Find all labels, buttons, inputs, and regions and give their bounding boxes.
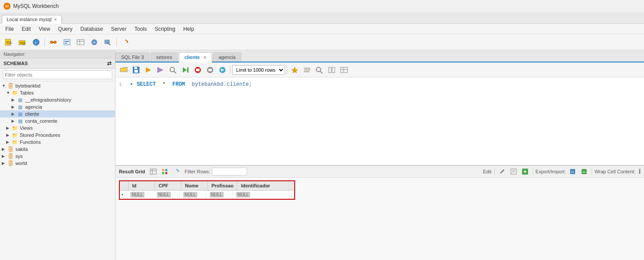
schemas-icon[interactable]: ⇄ (107, 60, 111, 66)
tree-item-stored-procedures[interactable]: ▶ 📁 Stored Procedures (0, 132, 115, 139)
cell-identificador[interactable]: NULL (233, 190, 259, 198)
sql-table-name: bytebankbd.cliente; (189, 81, 252, 88)
qtoolbar-open-folder[interactable] (118, 64, 130, 76)
query-tab-cliente[interactable]: cliente × (179, 52, 212, 62)
toolbar-info[interactable]: i (30, 37, 42, 48)
tree-item-views[interactable]: ▶ 📁 Views (0, 125, 115, 132)
filter-objects-input[interactable] (3, 70, 112, 79)
toolbar-schema-inspector[interactable] (61, 37, 73, 48)
import-btn[interactable]: IM (579, 167, 589, 176)
menu-edit[interactable]: Edit (18, 25, 34, 33)
query-tab-setores[interactable]: setores (151, 52, 178, 62)
qtoolbar-save[interactable] (130, 64, 142, 76)
menu-view[interactable]: View (35, 25, 54, 33)
toolbar-create-schema[interactable]: + (88, 37, 100, 48)
toolbar-reconnect[interactable] (119, 37, 131, 48)
qtoolbar-execute[interactable] (143, 64, 154, 76)
qtoolbar-run-line[interactable] (180, 64, 191, 76)
svg-rect-55 (165, 172, 167, 174)
row-indicator: • (120, 191, 127, 198)
tree-item-agencia[interactable]: ▶ ▦ agencia (0, 103, 115, 110)
qtoolbar-search[interactable] (167, 64, 179, 76)
result-form-btn[interactable] (160, 167, 170, 176)
query-tab-close[interactable]: × (204, 55, 207, 60)
svg-rect-11 (65, 43, 67, 44)
svg-text:EX: EX (571, 171, 574, 173)
cell-profissao[interactable]: NULL (206, 190, 233, 198)
result-sep-2 (533, 168, 533, 175)
data-grid-wrapper: Id CPF Nome Profissao Identificador • NU… (115, 178, 644, 202)
tree-item-world[interactable]: ▶ 🗄 world (0, 160, 115, 167)
toolbar-search[interactable] (102, 37, 114, 48)
qtoolbar-favorites[interactable]: + (289, 64, 300, 76)
menu-scripting[interactable]: Scripting (151, 25, 179, 33)
sql-editor[interactable]: 1 • SELECT * FROM bytebankbd.cliente; (115, 77, 644, 165)
instance-tab-close[interactable]: × (54, 17, 57, 22)
qtoolbar-explain[interactable] (155, 64, 167, 76)
menu-database[interactable]: Database (77, 25, 107, 33)
tree-item-sys[interactable]: ▶ 🗄 sys (0, 153, 115, 160)
qtoolbar-stop[interactable] (204, 64, 216, 76)
cell-nome[interactable]: NULL (180, 190, 206, 198)
result-toolbar: Result Grid Filter Rows: Edit (115, 166, 644, 178)
menu-file[interactable]: File (2, 25, 17, 33)
filter-rows-input[interactable] (212, 168, 247, 176)
query-tabs-bar: SQL File 3 setores cliente × agencia (115, 50, 644, 62)
col-header-cpf: CPF (155, 181, 181, 190)
tree-item-bytebankbd[interactable]: ▼ 🗄 bytebankbd (0, 82, 115, 89)
header-row-indicator (120, 181, 129, 190)
menu-server[interactable]: Server (107, 25, 130, 33)
qtoolbar-format[interactable] (301, 64, 313, 76)
menu-tools[interactable]: Tools (131, 25, 150, 33)
cell-id[interactable]: NULL (127, 190, 153, 198)
limit-rows-select[interactable]: Limit to 1000 rows (232, 65, 285, 75)
tree-item-efmigrations[interactable]: ▶ ▦ __efmigrationshistory (0, 96, 115, 103)
result-edit-btn2[interactable] (509, 167, 518, 176)
toolbar-table-data[interactable] (74, 37, 87, 48)
result-refresh-btn[interactable] (171, 167, 181, 176)
arrow-icon: ▼ (2, 84, 7, 88)
folder-icon: 📁 (11, 139, 19, 145)
result-edit-btn3[interactable] (520, 167, 530, 176)
folder-icon: 📁 (11, 90, 19, 96)
tree-item-tables[interactable]: ▼ 📁 Tables (0, 89, 115, 96)
qtoolbar-stop-red[interactable] (192, 64, 204, 76)
edit-label: Edit (483, 169, 492, 174)
db-icon: 🗄 (7, 160, 14, 166)
toolbar-sep-1 (44, 38, 45, 47)
qtoolbar-zoom[interactable] (314, 64, 325, 76)
tree-item-sakila[interactable]: ▶ 🗄 sakila (0, 146, 115, 153)
tree-item-cliente[interactable]: ▶ ▦ cliente (0, 110, 115, 117)
toolbar-new-sql[interactable]: SQL (3, 37, 15, 48)
cell-cpf[interactable]: NULL (153, 190, 180, 198)
toolbar-open-sql[interactable]: SQL (16, 37, 29, 48)
db-icon: 🗄 (7, 83, 14, 89)
svg-rect-54 (162, 172, 164, 174)
toolbar-manage-connections[interactable] (47, 37, 59, 48)
query-tab-sql-file-3[interactable]: SQL File 3 (115, 52, 150, 62)
tree-item-conta-corrente[interactable]: ▶ ▦ conta_corrente (0, 117, 115, 125)
main-layout: Navigator: SCHEMAS ⇄ ▼ 🗄 bytebankbd ▼ 📁 … (0, 50, 644, 260)
tree-label: bytebankbd (15, 83, 41, 88)
svg-text:i: i (35, 40, 37, 45)
export-import-label: Export/Import: (536, 169, 566, 174)
table-icon: ▦ (17, 104, 24, 110)
db-icon: 🗄 (7, 153, 14, 159)
result-grid-btn[interactable] (148, 167, 158, 176)
result-edit-btn1[interactable] (497, 167, 507, 176)
schema-tree: ▼ 🗄 bytebankbd ▼ 📁 Tables ▶ ▦ __efmigrat… (0, 81, 115, 260)
data-grid: Id CPF Nome Profissao Identificador • NU… (119, 180, 295, 200)
instance-tab-local[interactable]: Local instance mysql × (2, 15, 62, 24)
qtoolbar-toggle[interactable] (217, 64, 228, 76)
svg-marker-41 (309, 69, 311, 71)
tree-item-functions[interactable]: ▶ 📁 Functions (0, 139, 115, 146)
qtoolbar-column-view[interactable] (326, 64, 337, 76)
export-btn[interactable]: EX (568, 167, 577, 176)
menu-query[interactable]: Query (55, 25, 76, 33)
query-tab-agencia[interactable]: agencia (213, 52, 241, 62)
table-row[interactable]: • NULL NULL NULL NULL NULL (120, 190, 294, 199)
menu-help[interactable]: Help (180, 25, 198, 33)
qtoolbar-schema-view[interactable] (338, 64, 350, 76)
svg-text:+: + (293, 69, 296, 73)
svg-rect-33 (208, 69, 212, 71)
